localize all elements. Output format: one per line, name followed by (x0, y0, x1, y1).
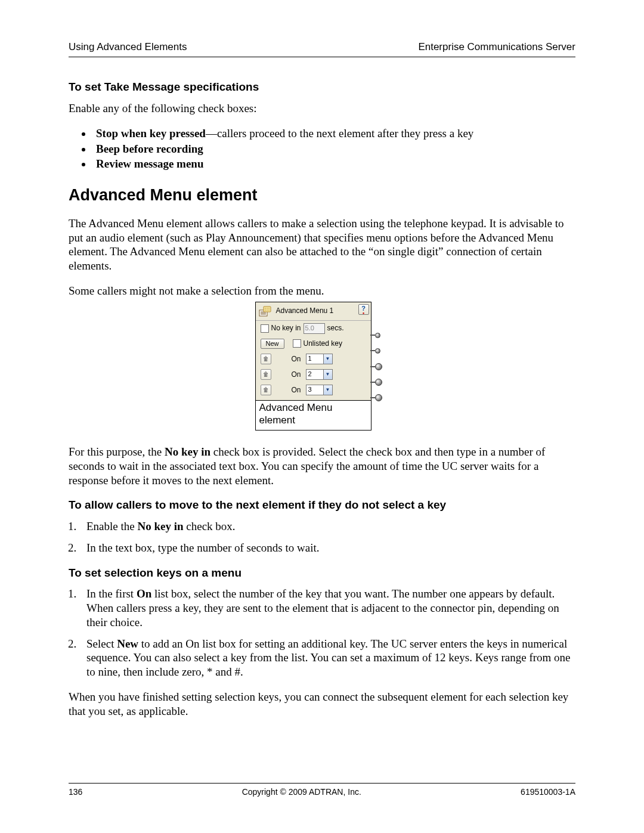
heading-advanced-menu: Advanced Menu element (69, 185, 575, 206)
running-header: Using Advanced Elements Enterprise Commu… (69, 41, 575, 57)
unlisted-label: Unlisted key (304, 339, 342, 348)
header-right: Enterprise Communications Server (418, 41, 575, 53)
allow-callers-steps: Enable the No key in check box. In the t… (79, 519, 575, 555)
section-title-take-message: To set Take Message specifications (69, 80, 575, 94)
delete-row-3[interactable]: 🗑 (261, 385, 271, 395)
header-left: Using Advanced Elements (69, 41, 187, 53)
on-row-3: 🗑 On 3 ▼ (256, 382, 371, 400)
footer-document-number: 619510003-1A (521, 787, 575, 798)
step-first-on: In the first On list box, select the num… (79, 587, 575, 629)
para3-pre: For this purpose, the (69, 445, 165, 458)
svg-point-6 (267, 308, 268, 309)
nokey-checkbox[interactable] (261, 324, 269, 333)
panel-title-text: Advanced Menu 1 (276, 306, 334, 315)
on-value-2: 2 (306, 370, 323, 379)
chevron-down-icon: ▼ (323, 354, 332, 364)
s3-step2-post: to add an On list box for setting an add… (86, 637, 571, 679)
bullet-beep: Beep before recording (92, 142, 575, 156)
connector-stub (370, 335, 375, 336)
step1-pre: Enable the (86, 520, 137, 532)
on-combo-1[interactable]: 1 ▼ (306, 354, 333, 364)
para-some-callers: Some callers might not make a selection … (69, 284, 575, 298)
delete-row-2[interactable]: 🗑 (261, 369, 271, 380)
step1-post: check box. (184, 520, 236, 532)
connector-pin-unlisted (375, 348, 380, 354)
bullet-review-text: Review message menu (96, 157, 203, 170)
unlisted-checkbox[interactable] (293, 339, 301, 348)
selection-keys-steps: In the first On list box, select the num… (79, 587, 575, 679)
on-label-3: On (292, 386, 301, 395)
chevron-down-icon: ▼ (323, 385, 332, 395)
connector-pin-1 (375, 363, 382, 370)
connector-pin-nokey (375, 333, 380, 338)
connector-pin-3 (375, 394, 382, 401)
svg-point-7 (268, 308, 270, 309)
menu-icon (258, 305, 273, 318)
nokey-label-post: secs. (327, 324, 344, 333)
bullet-stop-bold: Stop when key pressed (96, 127, 206, 140)
footer-page-number: 136 (69, 787, 82, 798)
connector-stub (370, 382, 375, 383)
svg-point-9 (267, 309, 268, 311)
step1-bold: No key in (137, 520, 183, 532)
connector-stub (370, 397, 375, 398)
panel-titlebar: Advanced Menu 1 ?● (256, 302, 371, 321)
step-select-new: Select New to add an On list box for set… (79, 637, 575, 679)
connector-pin-2 (375, 379, 382, 386)
section1-intro: Enable any of the following check boxes: (69, 101, 575, 116)
on-value-3: 3 (306, 386, 323, 394)
para3-bold: No key in (165, 445, 210, 458)
s3-step2-pre: Select (86, 637, 117, 650)
section1-bullets: Stop when key pressed—callers proceed to… (92, 126, 575, 171)
para-nokey-desc: For this purpose, the No key in check bo… (69, 445, 575, 487)
bullet-review: Review message menu (92, 157, 575, 171)
para-advanced-menu-desc: The Advanced Menu element allows callers… (69, 216, 575, 273)
nokey-label-pre: No key in (271, 324, 301, 333)
section-title-selection-keys: To set selection keys on a menu (69, 566, 575, 580)
nokey-textbox[interactable]: 5.0 (304, 323, 325, 334)
new-unlisted-row: New Unlisted key (256, 336, 371, 352)
s3-step1-post: list box, select the number of the key t… (86, 587, 559, 628)
delete-row-1[interactable]: 🗑 (261, 354, 271, 364)
figure-caption: Advanced Menu element (255, 401, 371, 431)
on-value-1: 1 (306, 355, 323, 363)
connector-stub (370, 366, 375, 367)
advanced-menu-panel: Advanced Menu 1 ?● No key in 5.0 secs. N… (255, 302, 371, 401)
on-combo-2[interactable]: 2 ▼ (306, 369, 333, 380)
bullet-beep-text: Beep before recording (96, 143, 203, 155)
on-row-2: 🗑 On 2 ▼ (256, 367, 371, 382)
on-row-1: 🗑 On 1 ▼ (256, 351, 371, 367)
bullet-stop-when-key: Stop when key pressed—callers proceed to… (92, 126, 575, 141)
figure-advanced-menu: Advanced Menu 1 ?● No key in 5.0 secs. N… (255, 302, 389, 431)
footer-copyright: Copyright © 2009 ADTRAN, Inc. (242, 787, 361, 798)
s3-step1-pre: In the first (86, 587, 137, 600)
on-combo-3[interactable]: 3 ▼ (306, 385, 333, 395)
section-title-allow-callers: To allow callers to move to the next ele… (69, 498, 575, 512)
para-finished-setting: When you have finished setting selection… (69, 690, 575, 719)
on-label-1: On (292, 355, 301, 364)
new-button[interactable]: New (261, 339, 284, 349)
figure-wrap: Advanced Menu 1 ?● No key in 5.0 secs. N… (69, 302, 575, 431)
svg-rect-4 (264, 306, 271, 312)
bullet-stop-rest: —callers proceed to the next element aft… (206, 127, 473, 140)
s3-step2-bold: New (117, 637, 138, 650)
svg-point-5 (265, 308, 266, 309)
chevron-down-icon: ▼ (323, 370, 332, 379)
nokey-row: No key in 5.0 secs. (256, 321, 371, 336)
svg-point-8 (265, 309, 266, 311)
step-enable-nokey: Enable the No key in check box. (79, 519, 575, 534)
svg-point-10 (268, 309, 270, 311)
connector-stub (370, 350, 375, 351)
step-type-seconds: In the text box, type the number of seco… (79, 541, 575, 555)
running-footer: 136 Copyright © 2009 ADTRAN, Inc. 619510… (69, 783, 575, 798)
document-page: Using Advanced Elements Enterprise Commu… (0, 0, 644, 833)
help-button[interactable]: ?● (358, 304, 369, 315)
s3-step1-bold: On (137, 587, 151, 600)
on-label-2: On (292, 370, 301, 379)
